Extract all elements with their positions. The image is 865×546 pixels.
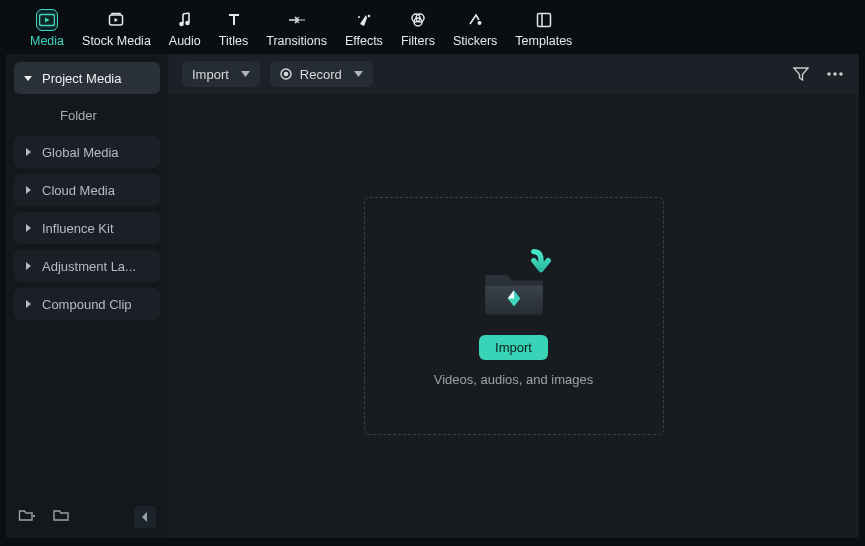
tab-effects[interactable]: Effects (345, 9, 383, 48)
tab-media-label: Media (30, 34, 64, 48)
media-icon (36, 9, 58, 31)
svg-rect-12 (537, 14, 550, 27)
import-dropzone[interactable]: Import Videos, audios, and images (364, 197, 664, 435)
tab-stock-media-label: Stock Media (82, 34, 151, 48)
svg-marker-14 (24, 76, 32, 81)
chevron-down-icon (24, 74, 32, 82)
chevron-right-icon (24, 148, 32, 156)
tab-filters[interactable]: Filters (401, 9, 435, 48)
new-folder-icon[interactable] (18, 507, 38, 527)
svg-marker-24 (354, 71, 363, 77)
tab-filters-label: Filters (401, 34, 435, 48)
chevron-down-icon (241, 71, 250, 77)
svg-point-25 (827, 72, 831, 76)
content-toolbar: Import Record (168, 54, 859, 94)
titles-icon (223, 9, 245, 31)
chevron-right-icon (24, 186, 32, 194)
effects-icon (353, 9, 375, 31)
import-label: Import (192, 67, 229, 82)
chevron-right-icon (24, 262, 32, 270)
tab-transitions-label: Transitions (266, 34, 327, 48)
svg-marker-15 (26, 148, 31, 156)
svg-point-23 (284, 72, 289, 77)
audio-icon (174, 9, 196, 31)
top-tabs: Media Stock Media Audio Titles Transitio… (0, 0, 865, 54)
svg-marker-3 (115, 18, 119, 22)
sidebar-item-label: Global Media (42, 145, 119, 160)
sidebar-item-project-media[interactable]: Project Media (14, 62, 160, 94)
sidebar-item-label: Folder (60, 108, 97, 123)
templates-icon (533, 9, 555, 31)
svg-marker-17 (26, 224, 31, 232)
tab-media[interactable]: Media (30, 9, 64, 48)
svg-point-5 (185, 21, 190, 26)
import-dropdown[interactable]: Import (182, 61, 260, 87)
sidebar-footer (14, 502, 160, 530)
svg-marker-18 (26, 262, 31, 270)
folder-icon[interactable] (52, 507, 72, 527)
sidebar-item-folder[interactable]: Folder (14, 100, 160, 130)
sidebar-item-global-media[interactable]: Global Media (14, 136, 160, 168)
tab-transitions[interactable]: Transitions (266, 9, 327, 48)
collapse-sidebar-button[interactable] (134, 506, 156, 528)
tab-stock-media[interactable]: Stock Media (82, 9, 151, 48)
tab-templates-label: Templates (515, 34, 572, 48)
tab-audio-label: Audio (169, 34, 201, 48)
record-label: Record (300, 67, 342, 82)
transitions-icon (286, 9, 308, 31)
sidebar: Project Media Folder Global Media Cloud … (6, 54, 168, 538)
filter-icon[interactable] (791, 64, 811, 84)
sidebar-item-label: Project Media (42, 71, 121, 86)
tab-audio[interactable]: Audio (169, 9, 201, 48)
chevron-right-icon (24, 300, 32, 308)
filters-icon (407, 9, 429, 31)
tab-stickers[interactable]: Stickers (453, 9, 497, 48)
sidebar-item-label: Influence Kit (42, 221, 114, 236)
svg-point-6 (368, 15, 371, 18)
svg-point-26 (833, 72, 837, 76)
sidebar-item-label: Cloud Media (42, 183, 115, 198)
sidebar-item-label: Adjustment La... (42, 259, 136, 274)
folder-illustration (469, 245, 559, 323)
tab-titles[interactable]: Titles (219, 9, 248, 48)
svg-point-4 (179, 22, 184, 27)
import-button[interactable]: Import (479, 335, 548, 360)
sidebar-item-adjustment-layer[interactable]: Adjustment La... (14, 250, 160, 282)
tab-stickers-label: Stickers (453, 34, 497, 48)
sidebar-item-compound-clip[interactable]: Compound Clip (14, 288, 160, 320)
svg-point-11 (478, 21, 482, 25)
tab-titles-label: Titles (219, 34, 248, 48)
record-icon (280, 68, 292, 80)
svg-marker-16 (26, 186, 31, 194)
tab-templates[interactable]: Templates (515, 9, 572, 48)
chevron-down-icon (354, 71, 363, 77)
svg-marker-21 (241, 71, 250, 77)
svg-point-7 (358, 16, 360, 18)
svg-marker-1 (45, 18, 50, 23)
sidebar-item-label: Compound Clip (42, 297, 132, 312)
sidebar-item-cloud-media[interactable]: Cloud Media (14, 174, 160, 206)
stickers-icon (464, 9, 486, 31)
dropzone-hint: Videos, audios, and images (434, 372, 593, 387)
content-area: Import Record (168, 54, 859, 538)
svg-marker-19 (26, 300, 31, 308)
sidebar-item-influence-kit[interactable]: Influence Kit (14, 212, 160, 244)
stock-media-icon (105, 9, 127, 31)
svg-marker-20 (142, 512, 147, 522)
tab-effects-label: Effects (345, 34, 383, 48)
more-options-icon[interactable] (825, 64, 845, 84)
chevron-right-icon (24, 224, 32, 232)
record-dropdown[interactable]: Record (270, 61, 373, 87)
svg-point-27 (839, 72, 843, 76)
